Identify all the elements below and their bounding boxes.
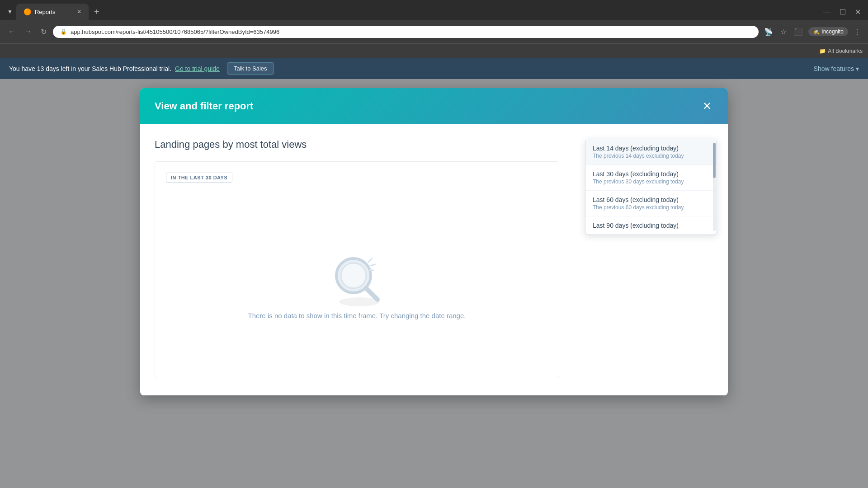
- tab-label: Reports: [35, 9, 56, 15]
- security-lock-icon: 🔒: [60, 28, 67, 35]
- page-background: View and filter report ✕ Landing pages b…: [0, 79, 868, 488]
- cast-icon[interactable]: 📡: [762, 26, 775, 38]
- bookmark-star-icon[interactable]: ☆: [778, 26, 788, 38]
- address-bar[interactable]: 🔒 app.hubspot.com/reports-list/45105500/…: [53, 26, 759, 38]
- bookmarks-bar: 📁 All Bookmarks: [0, 43, 868, 58]
- bookmarks-label: All Bookmarks: [828, 48, 863, 54]
- incognito-badge: 🕵 Incognito: [808, 27, 848, 36]
- modal-title: View and filter report: [155, 100, 253, 112]
- window-controls: — ☐ ✕: [820, 6, 864, 18]
- bookmarks-folder-icon: 📁: [819, 48, 826, 54]
- tab-list-button[interactable]: ▼: [4, 7, 16, 17]
- dropdown-option-30days-title: Last 30 days (excluding today): [593, 170, 709, 178]
- talk-to-sales-button[interactable]: Talk to Sales: [227, 62, 274, 75]
- modal-close-button[interactable]: ✕: [701, 99, 713, 113]
- incognito-label: Incognito: [821, 28, 844, 35]
- browser-tab-reports[interactable]: 🟠 Reports ✕: [16, 4, 89, 20]
- dropdown-scrollbar[interactable]: [713, 143, 716, 231]
- browser-menu-icon[interactable]: ⋮: [852, 26, 863, 38]
- chart-time-label: IN THE LAST 30 DAYS: [166, 173, 232, 183]
- close-button[interactable]: ✕: [851, 6, 864, 18]
- trial-banner: You have 13 days left in your Sales Hub …: [0, 58, 868, 79]
- chart-area: Landing pages by most total views IN THE…: [140, 124, 574, 395]
- scrollbar-thumb: [713, 143, 716, 178]
- dropdown-option-30days-subtitle: The previous 30 days excluding today: [593, 178, 709, 185]
- browser-tab-bar: ▼ 🟠 Reports ✕ + — ☐ ✕: [0, 0, 868, 20]
- show-features-link[interactable]: Show features ▾: [814, 65, 859, 72]
- filter-sidebar: Last 14 days (excluding today) The previ…: [574, 124, 728, 395]
- chart-title: Landing pages by most total views: [155, 139, 559, 150]
- tab-close-button[interactable]: ✕: [77, 9, 81, 15]
- svg-point-2: [341, 263, 366, 288]
- modal-dialog: View and filter report ✕ Landing pages b…: [140, 88, 728, 395]
- magnifier-svg: [330, 249, 389, 307]
- refresh-button[interactable]: ↻: [38, 26, 49, 38]
- dropdown-option-60days[interactable]: Last 60 days (excluding today) The previ…: [585, 191, 717, 216]
- sidebar-icon[interactable]: ⬛: [792, 26, 805, 38]
- minimize-button[interactable]: —: [820, 6, 834, 18]
- forward-button[interactable]: →: [22, 26, 34, 38]
- scrollbar-track: [713, 143, 716, 231]
- svg-line-5: [371, 264, 375, 266]
- dropdown-option-14days-subtitle: The previous 14 days excluding today: [593, 153, 709, 159]
- empty-state-illustration: [330, 249, 384, 303]
- show-features-text: Show features: [814, 65, 854, 72]
- dropdown-option-14days[interactable]: Last 14 days (excluding today) The previ…: [585, 139, 717, 165]
- dropdown-option-30days[interactable]: Last 30 days (excluding today) The previ…: [585, 165, 717, 191]
- dropdown-option-14days-title: Last 14 days (excluding today): [593, 145, 709, 152]
- trial-guide-link[interactable]: Go to trial guide: [175, 65, 220, 72]
- url-text: app.hubspot.com/reports-list/45105500/10…: [71, 28, 279, 35]
- empty-state-text: There is no data to show in this time fr…: [248, 312, 466, 319]
- dropdown-option-60days-title: Last 60 days (excluding today): [593, 196, 709, 203]
- date-range-dropdown-menu[interactable]: Last 14 days (excluding today) The previ…: [585, 139, 717, 235]
- modal-header: View and filter report ✕: [140, 88, 728, 124]
- chart-empty-state: There is no data to show in this time fr…: [166, 201, 548, 367]
- modal-overlay: View and filter report ✕ Landing pages b…: [0, 79, 868, 488]
- dropdown-option-90days-title: Last 90 days (excluding today): [593, 222, 709, 229]
- svg-line-4: [368, 258, 372, 262]
- all-bookmarks-link[interactable]: 📁 All Bookmarks: [819, 48, 863, 54]
- maximize-button[interactable]: ☐: [836, 6, 849, 18]
- dropdown-option-60days-subtitle: The previous 60 days excluding today: [593, 204, 709, 211]
- browser-actions: 📡 ☆ ⬛ 🕵 Incognito ⋮: [762, 26, 863, 38]
- modal-body: Landing pages by most total views IN THE…: [140, 124, 728, 395]
- dropdown-option-90days[interactable]: Last 90 days (excluding today): [585, 216, 717, 235]
- show-features-chevron-icon: ▾: [856, 65, 859, 72]
- tab-favicon: 🟠: [24, 8, 31, 15]
- trial-text: You have 13 days left in your Sales Hub …: [9, 65, 171, 72]
- browser-nav-bar: ← → ↻ 🔒 app.hubspot.com/reports-list/451…: [0, 20, 868, 43]
- back-button[interactable]: ←: [5, 26, 18, 38]
- new-tab-button[interactable]: +: [89, 7, 105, 17]
- chart-content: IN THE LAST 30 DAYS: [155, 161, 559, 378]
- incognito-icon: 🕵: [813, 28, 820, 35]
